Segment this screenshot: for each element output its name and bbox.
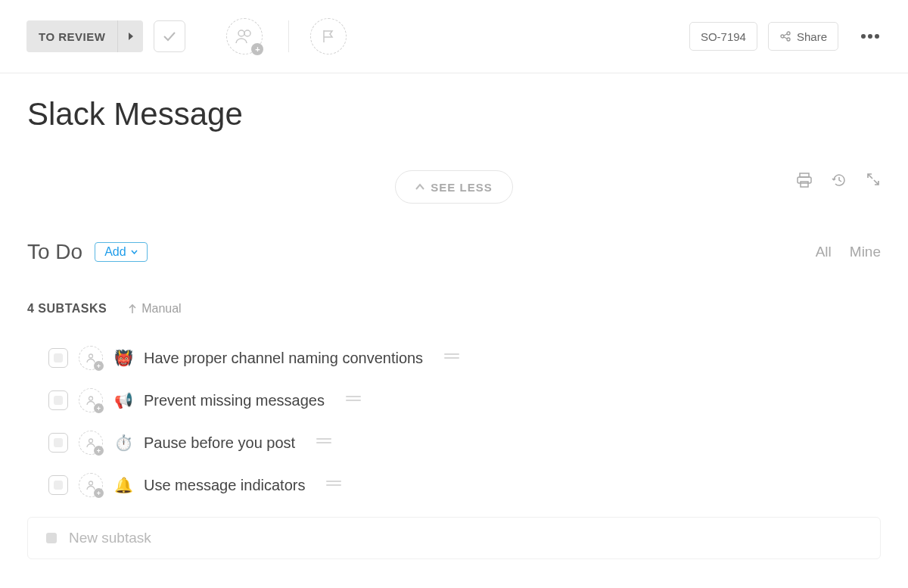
share-icon — [779, 30, 791, 42]
chevron-down-icon — [131, 250, 138, 254]
share-label: Share — [797, 30, 827, 43]
svg-point-10 — [89, 439, 93, 443]
add-button[interactable]: Add — [95, 242, 147, 262]
todo-heading: To Do — [27, 240, 82, 264]
see-less-label: SEE LESS — [431, 181, 492, 194]
svg-point-3 — [787, 32, 790, 35]
subtask-name: Have proper channel naming conventions — [144, 350, 423, 367]
svg-point-2 — [781, 35, 784, 38]
complete-button[interactable] — [154, 20, 185, 52]
subtask-assignee-button[interactable]: + — [79, 388, 103, 412]
arrow-up-icon — [128, 303, 137, 314]
subtask-row[interactable]: +⏱️Pause before you post — [27, 422, 881, 464]
assignees-add-button[interactable]: + — [226, 18, 263, 54]
subtask-name: Prevent missing messages — [144, 392, 325, 409]
svg-point-4 — [787, 38, 790, 41]
todo-header: To Do Add All Mine — [27, 240, 881, 264]
subtask-emoji: ⏱️ — [114, 434, 133, 452]
flag-icon — [322, 29, 335, 44]
subtask-assignee-button[interactable]: + — [79, 431, 103, 455]
filter-all-tab[interactable]: All — [816, 244, 832, 260]
new-subtask-placeholder: New subtask — [69, 530, 151, 546]
subtask-row[interactable]: +🔔Use message indicators — [27, 464, 881, 506]
person-icon — [86, 353, 96, 363]
subtask-count: 4 SUBTASKS — [27, 302, 107, 316]
status-next-icon[interactable] — [117, 20, 143, 52]
plus-icon: + — [94, 488, 104, 498]
subtask-row[interactable]: +📢Prevent missing messages — [27, 379, 881, 422]
subtask-meta-row: 4 SUBTASKS Manual — [27, 302, 881, 316]
drag-handle-icon[interactable] — [326, 481, 341, 490]
drag-handle-icon[interactable] — [444, 353, 459, 362]
subtask-list: +👹Have proper channel naming conventions… — [27, 337, 881, 506]
svg-point-1 — [244, 30, 250, 36]
drag-handle-icon[interactable] — [346, 396, 361, 405]
plus-icon: + — [94, 446, 104, 456]
plus-icon: + — [94, 403, 104, 413]
plus-icon: + — [94, 361, 104, 371]
svg-point-9 — [89, 397, 93, 400]
top-toolbar: TO REVIEW + SO-7194 Share — [0, 0, 908, 73]
see-less-button[interactable]: SEE LESS — [395, 170, 512, 204]
page-title[interactable]: Slack Message — [27, 96, 881, 132]
subtask-emoji: 👹 — [114, 349, 133, 367]
checkbox-icon — [46, 533, 57, 543]
svg-rect-7 — [801, 182, 808, 187]
plus-icon: + — [251, 43, 263, 55]
more-menu-button[interactable] — [855, 34, 885, 39]
subtask-name: Pause before you post — [144, 434, 295, 452]
subtask-checkbox[interactable] — [48, 433, 68, 453]
status-label: TO REVIEW — [26, 30, 117, 43]
page-action-icons — [796, 172, 881, 188]
print-icon[interactable] — [796, 172, 813, 188]
subtask-row[interactable]: +👹Have proper channel naming conventions — [27, 337, 881, 379]
chevron-up-icon — [415, 183, 424, 191]
svg-point-8 — [89, 354, 93, 358]
subtask-checkbox[interactable] — [48, 475, 68, 495]
share-button[interactable]: Share — [768, 22, 838, 51]
ticket-id-label: SO-7194 — [701, 30, 746, 43]
sort-button[interactable]: Manual — [128, 302, 181, 316]
sort-label: Manual — [141, 302, 181, 316]
svg-rect-6 — [798, 177, 811, 183]
svg-point-0 — [238, 30, 244, 36]
subtask-emoji: 📢 — [114, 391, 133, 409]
history-icon[interactable] — [831, 172, 847, 188]
person-icon — [86, 480, 96, 490]
add-label: Add — [104, 245, 126, 259]
subtask-emoji: 🔔 — [114, 476, 133, 494]
drag-handle-icon[interactable] — [316, 438, 331, 447]
subtask-checkbox[interactable] — [48, 348, 68, 368]
people-icon — [235, 29, 254, 44]
svg-point-11 — [89, 481, 93, 485]
subtask-assignee-button[interactable]: + — [79, 473, 103, 497]
person-icon — [86, 395, 96, 406]
new-subtask-input[interactable]: New subtask — [27, 517, 881, 559]
expand-icon[interactable] — [866, 172, 881, 188]
status-button[interactable]: TO REVIEW — [26, 20, 143, 52]
filter-mine-tab[interactable]: Mine — [850, 244, 881, 260]
subtask-checkbox[interactable] — [48, 390, 68, 410]
toolbar-divider — [288, 20, 289, 52]
subtask-name: Use message indicators — [144, 477, 305, 494]
person-icon — [86, 437, 96, 448]
ticket-id-button[interactable]: SO-7194 — [689, 22, 757, 51]
priority-flag-button[interactable] — [310, 18, 347, 54]
subtask-assignee-button[interactable]: + — [79, 346, 103, 370]
